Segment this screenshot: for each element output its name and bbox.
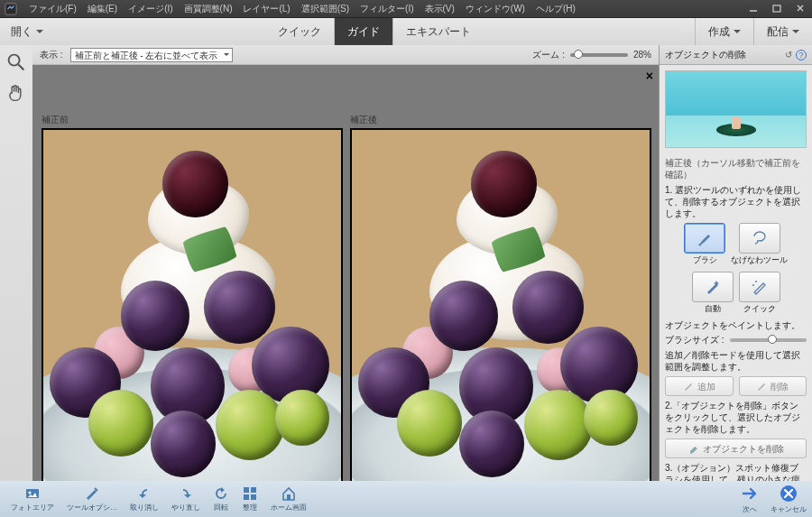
next-label: 次へ: [743, 504, 757, 514]
tab-expert[interactable]: エキスパート: [392, 18, 484, 45]
menu-select[interactable]: 選択範囲(S): [296, 0, 355, 18]
cancel-button[interactable]: キャンセル: [770, 484, 807, 514]
maximize-button[interactable]: [765, 0, 789, 16]
brush-size-slider[interactable]: [730, 338, 807, 342]
create-menu[interactable]: 作成: [695, 18, 753, 45]
open-menu[interactable]: 開く: [0, 18, 54, 45]
menu-image[interactable]: イメージ(I): [123, 0, 178, 18]
after-image: [350, 128, 651, 481]
delete-object-label: オブジェクトを削除: [703, 443, 784, 455]
home-button[interactable]: ホーム画面: [265, 485, 312, 512]
tab-guided[interactable]: ガイド: [334, 18, 392, 45]
chevron-down-icon: [36, 30, 43, 37]
minimize-button[interactable]: [742, 0, 765, 16]
before-label: 補正前: [42, 114, 343, 126]
menu-view[interactable]: 表示(V): [420, 0, 460, 18]
remove-button[interactable]: 削除: [739, 376, 807, 396]
home-label: ホーム画面: [271, 503, 307, 512]
create-label: 作成: [708, 24, 730, 40]
after-label: 補正後: [350, 114, 651, 126]
add-label: 追加: [697, 381, 715, 392]
step-3: 3.（オプション）スポット修復ブラシを使用して、残りの小さな痕跡を修復します。よ…: [665, 462, 807, 481]
tool-auto[interactable]: [692, 272, 734, 302]
workspace: 表示 : 補正前と補正後 - 左右に並べて表示 ズーム : 28% × 補正前: [0, 45, 812, 481]
menu-help[interactable]: ヘルプ(H): [531, 0, 581, 18]
menu-edit[interactable]: 編集(E): [82, 0, 123, 18]
canvas-column: 表示 : 補正前と補正後 - 左右に並べて表示 ズーム : 28% × 補正前: [32, 45, 659, 481]
menu-file[interactable]: ファイル(F): [23, 0, 82, 18]
svg-point-6: [752, 284, 754, 286]
display-label: 表示 :: [40, 49, 63, 61]
next-button[interactable]: 次へ: [740, 484, 760, 514]
share-label: 配信: [767, 24, 789, 40]
tool-brush[interactable]: [684, 223, 725, 254]
zoom-tool[interactable]: [5, 51, 28, 74]
tool-brush-label: ブラシ: [693, 255, 717, 266]
tab-quick[interactable]: クイック: [265, 18, 334, 45]
brush-size-label: ブラシサイズ :: [665, 334, 724, 346]
before-image: [42, 128, 343, 481]
mode-bar: 開く クイック ガイド エキスパート 作成 配信: [0, 18, 812, 45]
add-button[interactable]: 追加: [665, 376, 734, 396]
menu-window[interactable]: ウィンドウ(W): [460, 0, 531, 18]
rotate-button[interactable]: 回転: [208, 485, 235, 512]
tool-quick-label: クイック: [743, 304, 776, 315]
menu-adjust[interactable]: 画質調整(N): [179, 0, 238, 18]
panel-title: オブジェクトの削除: [665, 49, 746, 61]
hand-tool[interactable]: [5, 81, 28, 105]
zoom-value: 28%: [633, 50, 651, 60]
organize-label: 整理: [243, 503, 257, 512]
svg-point-5: [755, 281, 757, 282]
paint-label: オブジェクトをペイントします。: [665, 319, 807, 331]
zoom-label: ズーム :: [532, 49, 565, 61]
tool-options-label: ツールオプシ…: [67, 503, 117, 512]
tool-lasso[interactable]: [739, 223, 780, 254]
photo-bin-button[interactable]: フォトエリア: [5, 485, 60, 512]
svg-rect-13: [287, 494, 291, 500]
bottom-bar: フォトエリア ツールオプシ… 取り消し やり直し 回転 整理 ホーム画面 次へ …: [0, 481, 812, 517]
remove-label: 削除: [770, 381, 789, 392]
svg-rect-11: [244, 494, 249, 500]
mode-note: 追加／削除モードを使用して選択範囲を調整します。: [665, 349, 807, 373]
tool-column: [0, 45, 32, 481]
svg-rect-12: [251, 494, 256, 500]
step-2: 2.「オブジェクトを削除」ボタンをクリックして、選択したオブジェクトを削除します…: [665, 400, 807, 435]
view-combo[interactable]: 補正前と補正後 - 左右に並べて表示: [70, 48, 234, 62]
app-logo-icon: [4, 2, 18, 16]
preview-caption: 補正後（カーソル移動で補正前を確認）: [665, 157, 807, 180]
chevron-down-icon: [792, 30, 799, 37]
redo-label: やり直し: [171, 503, 200, 512]
svg-point-8: [29, 492, 32, 494]
redo-button[interactable]: やり直し: [166, 485, 206, 512]
rotate-label: 回転: [214, 503, 228, 512]
zoom-slider[interactable]: [570, 53, 628, 57]
svg-point-3: [9, 55, 20, 66]
svg-rect-10: [251, 487, 256, 493]
options-bar: 表示 : 補正前と補正後 - 左右に並べて表示 ズーム : 28%: [32, 45, 659, 65]
organize-button[interactable]: 整理: [236, 485, 263, 512]
help-icon[interactable]: ?: [796, 50, 807, 60]
svg-rect-2: [773, 5, 780, 12]
close-button[interactable]: [789, 0, 812, 16]
share-menu[interactable]: 配信: [753, 18, 812, 45]
undo-button[interactable]: 取り消し: [125, 485, 164, 512]
tool-options-button[interactable]: ツールオプシ…: [61, 485, 123, 512]
menu-layer[interactable]: レイヤー(L): [237, 0, 295, 18]
open-label: 開く: [11, 24, 32, 40]
svg-line-4: [18, 64, 23, 69]
delete-object-button[interactable]: オブジェクトを削除: [665, 439, 807, 458]
close-canvas-icon[interactable]: ×: [646, 69, 653, 83]
tool-quickselect[interactable]: [739, 272, 780, 302]
photo-bin-label: フォトエリア: [11, 503, 54, 512]
canvas-area[interactable]: × 補正前: [32, 65, 659, 481]
menu-bar: ファイル(F) 編集(E) イメージ(I) 画質調整(N) レイヤー(L) 選択…: [0, 0, 812, 18]
panel-preview: [665, 70, 807, 148]
tool-auto-label: 自動: [705, 304, 721, 315]
reset-icon[interactable]: ↺: [785, 50, 792, 60]
tool-lasso-label: なげなわツール: [731, 255, 788, 266]
step-1: 1. 選択ツールのいずれかを使用して、削除するオブジェクトを選択します。: [665, 184, 807, 219]
svg-rect-9: [244, 487, 249, 493]
menu-filter[interactable]: フィルター(I): [355, 0, 419, 18]
chevron-down-icon: [734, 30, 741, 37]
guide-panel: オブジェクトの削除 ↺ ? 補正後（カーソル移動で補正前を確認） 1. 選択ツー…: [659, 45, 812, 481]
